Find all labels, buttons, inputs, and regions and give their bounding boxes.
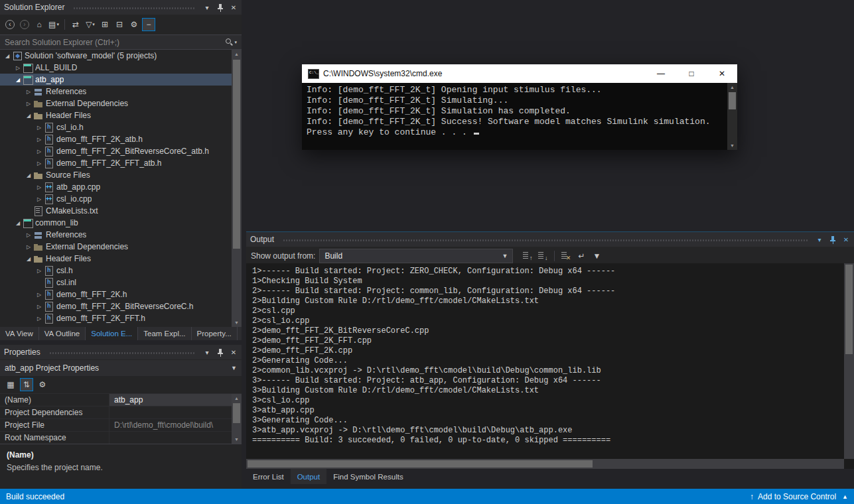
tab-property-[interactable]: Property... xyxy=(192,327,238,340)
chevron-expanded-icon[interactable]: ◢ xyxy=(13,220,23,226)
property-row[interactable]: Project FileD:\rtl\demo_fft\cmodel\build… xyxy=(0,419,232,432)
tree-item[interactable]: ▷demo_fft_FFT_2K_BitReverseCoreC_atb.h xyxy=(0,145,232,157)
chevron-collapsed-icon[interactable]: ▷ xyxy=(35,292,44,298)
chevron-collapsed-icon[interactable]: ▷ xyxy=(35,316,44,322)
preview-selected-items-icon[interactable]: − xyxy=(142,18,155,31)
tree-item[interactable]: ▷demo_fft_FFT_2K_FFT_atb.h xyxy=(0,157,232,169)
pin-icon[interactable] xyxy=(827,234,838,245)
search-box[interactable]: Search Solution Explorer (Ctrl+;) ▾ xyxy=(0,34,242,50)
properties-titlebar[interactable]: Properties ▾ ✕ xyxy=(0,345,242,359)
chevron-collapsed-icon[interactable]: ▷ xyxy=(13,65,23,71)
back-icon[interactable]: ‹ xyxy=(3,18,17,31)
chevron-collapsed-icon[interactable]: ▷ xyxy=(35,304,44,310)
tree-item[interactable]: ▷References xyxy=(0,86,232,97)
scroll-thumb[interactable] xyxy=(845,265,853,354)
scroll-up-icon[interactable]: ▲ xyxy=(232,50,242,58)
tab-output[interactable]: Output xyxy=(291,469,327,484)
word-wrap-icon[interactable]: ↵ xyxy=(575,249,588,263)
tree-item[interactable]: ▷demo_fft_FFT_2K_atb.h xyxy=(0,133,232,145)
tab-va-view[interactable]: VA View xyxy=(0,327,39,340)
cmd-scrollbar[interactable]: ▲ ▼ xyxy=(727,83,737,150)
close-icon[interactable]: ✕ xyxy=(228,2,239,13)
forward-icon[interactable]: › xyxy=(18,18,31,31)
property-value[interactable]: atb_app xyxy=(109,394,232,406)
property-grid-scrollbar[interactable]: ▲ ▼ xyxy=(232,394,242,444)
output-titlebar[interactable]: Output ▾ ✕ xyxy=(246,232,854,247)
output-console[interactable]: 1>------ Build started: Project: ZERO_CH… xyxy=(246,263,854,469)
tree-item[interactable]: ◢atb_app xyxy=(0,74,232,86)
tree-item[interactable]: ▷References xyxy=(0,229,232,241)
switch-views-icon[interactable]: ▤▾ xyxy=(47,18,60,31)
pending-changes-filter-icon[interactable]: ▽▾ xyxy=(84,18,97,31)
output-vertical-scrollbar[interactable] xyxy=(844,263,854,459)
tree-item[interactable]: ▷External Dependencies xyxy=(0,97,232,109)
chevron-collapsed-icon[interactable]: ▷ xyxy=(24,244,33,250)
close-icon[interactable]: ✕ xyxy=(228,347,239,357)
window-position-icon[interactable]: ▾ xyxy=(202,2,212,13)
tree-item[interactable]: ▷csl.h xyxy=(0,265,232,277)
tree-item[interactable]: ◢Solution 'software_model' (5 projects) xyxy=(0,50,232,62)
tree-item[interactable]: ▷atb_app.cpp xyxy=(0,181,232,193)
autoscroll-icon[interactable]: ▼ xyxy=(590,249,603,263)
scroll-down-icon[interactable]: ▼ xyxy=(232,435,242,444)
home-icon[interactable]: ⌂ xyxy=(33,18,46,31)
chevron-collapsed-icon[interactable]: ▷ xyxy=(24,89,33,95)
tree-scrollbar[interactable]: ▲ ▼ xyxy=(232,50,242,327)
chevron-collapsed-icon[interactable]: ▷ xyxy=(35,137,44,143)
output-horizontal-scrollbar[interactable] xyxy=(246,459,844,469)
chevron-expanded-icon[interactable]: ◢ xyxy=(24,256,33,262)
scroll-down-icon[interactable]: ▼ xyxy=(232,318,242,327)
pin-icon[interactable] xyxy=(215,347,226,357)
property-pages-icon[interactable]: ⚙ xyxy=(36,378,49,391)
cmd-console[interactable]: Info: [demo_fft_FFT_2K_t] Opening input … xyxy=(302,83,737,150)
tab-va-outline[interactable]: VA Outline xyxy=(39,327,86,340)
tab-solution-e-[interactable]: Solution E... xyxy=(86,327,138,340)
chevron-collapsed-icon[interactable]: ▷ xyxy=(35,160,44,166)
chevron-collapsed-icon[interactable]: ▷ xyxy=(35,184,44,190)
minimize-icon[interactable]: — xyxy=(646,64,676,83)
object-selector-dropdown[interactable]: atb_app Project Properties ▼ xyxy=(0,360,242,376)
property-value[interactable] xyxy=(109,407,232,418)
scroll-thumb[interactable] xyxy=(729,92,736,109)
scroll-thumb[interactable] xyxy=(233,60,240,249)
chevron-collapsed-icon[interactable]: ▷ xyxy=(35,125,44,131)
clear-all-icon[interactable]: ✕ xyxy=(559,249,573,263)
close-icon[interactable]: ✕ xyxy=(707,64,737,83)
chevron-collapsed-icon[interactable]: ▷ xyxy=(35,149,44,155)
chevron-expanded-icon[interactable]: ◢ xyxy=(3,53,12,59)
scroll-down-icon[interactable]: ▼ xyxy=(727,141,737,150)
tab-team-expl-[interactable]: Team Expl... xyxy=(138,327,191,340)
tree-item[interactable]: ◢Header Files xyxy=(0,253,232,265)
chevron-expanded-icon[interactable]: ◢ xyxy=(24,172,33,178)
property-row[interactable]: (Name)atb_app xyxy=(0,394,232,407)
close-icon[interactable]: ✕ xyxy=(841,234,851,245)
search-icon[interactable] xyxy=(225,38,234,46)
tree-item[interactable]: ▷demo_fft_FFT_2K_BitReverseCoreC.h xyxy=(0,300,232,312)
alphabetical-icon[interactable]: ⇅ xyxy=(20,378,33,391)
cmd-window[interactable]: C:\WINDOWS\system32\cmd.exe — □ ✕ Info: … xyxy=(302,64,737,150)
tree-item[interactable]: ◢Header Files xyxy=(0,109,232,121)
scroll-up-icon[interactable]: ▲ xyxy=(232,394,242,403)
tree-item[interactable]: ▷External Dependencies xyxy=(0,241,232,253)
property-row[interactable]: Project Dependencies xyxy=(0,407,232,419)
chevron-collapsed-icon[interactable]: ▷ xyxy=(35,268,44,274)
scroll-up-icon[interactable]: ▲ xyxy=(727,83,737,92)
source-control-button[interactable]: ↑ Add to Source Control ▲ xyxy=(750,492,848,501)
previous-message-icon[interactable]: ↑ xyxy=(521,249,534,263)
tree-item[interactable]: ◢Source Files xyxy=(0,169,232,181)
scroll-thumb[interactable] xyxy=(248,460,593,468)
maximize-icon[interactable]: □ xyxy=(676,64,707,83)
window-position-icon[interactable]: ▾ xyxy=(202,347,212,357)
tree-item[interactable]: csl.inl xyxy=(0,277,232,288)
tree-item[interactable]: ▷csl_io.h xyxy=(0,121,232,133)
tab-find-symbol-results[interactable]: Find Symbol Results xyxy=(326,469,409,484)
chevron-expanded-icon[interactable]: ◢ xyxy=(13,77,23,83)
pin-icon[interactable] xyxy=(215,2,226,13)
window-position-icon[interactable]: ▾ xyxy=(814,234,825,245)
property-value[interactable] xyxy=(109,432,232,444)
tree-item[interactable]: ▷ALL_BUILD xyxy=(0,62,232,74)
chevron-up-icon[interactable]: ▲ xyxy=(842,493,848,500)
chevron-expanded-icon[interactable]: ◢ xyxy=(24,113,33,119)
properties-icon[interactable]: ⚙ xyxy=(127,18,141,31)
tree-item[interactable]: ▷demo_fft_FFT_2K.h xyxy=(0,288,232,300)
